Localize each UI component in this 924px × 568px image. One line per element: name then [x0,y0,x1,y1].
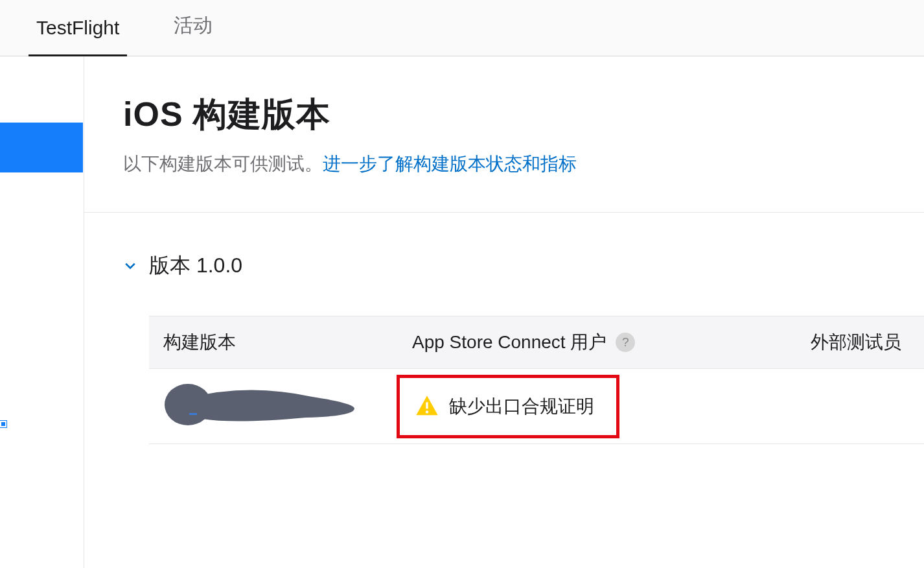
column-header-build: 构建版本 [149,330,412,355]
status-cell: 缺少出口合规证明 [412,375,811,438]
column-header-users: App Store Connect 用户 ? [412,330,811,355]
redacted-build-id [163,377,358,436]
column-header-users-label: App Store Connect 用户 [412,330,606,355]
help-icon[interactable]: ? [616,333,635,352]
warning-icon [414,394,440,420]
main-content: iOS 构建版本 以下构建版本可供测试。进一步了解构建版本状态和指标 版本 1.… [84,56,924,568]
svg-point-3 [426,410,428,413]
sidebar-active-item[interactable] [0,123,83,172]
version-section: 版本 1.0.0 构建版本 App Store Connect 用户 ? 外部测… [84,213,924,444]
tab-testflight[interactable]: TestFlight [29,17,127,56]
build-cell [149,377,412,436]
column-header-external: 外部测试员 [811,330,901,355]
annotation-highlight: 缺少出口合规证明 [397,375,619,438]
header-area: iOS 构建版本 以下构建版本可供测试。进一步了解构建版本状态和指标 [84,56,924,176]
sidebar-mark [0,421,6,427]
top-nav: TestFlight 活动 [0,0,924,56]
table-row[interactable]: 缺少出口合规证明 [149,369,924,444]
version-expand-toggle[interactable]: 版本 1.0.0 [123,252,924,280]
svg-rect-2 [426,402,428,408]
sidebar [0,56,84,568]
compliance-warning-text[interactable]: 缺少出口合规证明 [449,394,594,419]
svg-rect-1 [189,413,197,415]
builds-table: 构建版本 App Store Connect 用户 ? 外部测试员 [149,316,924,444]
table-header: 构建版本 App Store Connect 用户 ? 外部测试员 [149,316,924,369]
chevron-down-icon [123,259,137,273]
content-wrap: iOS 构建版本 以下构建版本可供测试。进一步了解构建版本状态和指标 版本 1.… [0,56,924,568]
subtitle-text: 以下构建版本可供测试。 [123,154,323,174]
version-label: 版本 1.0.0 [149,252,242,280]
subtitle-link[interactable]: 进一步了解构建版本状态和指标 [323,154,577,174]
subtitle: 以下构建版本可供测试。进一步了解构建版本状态和指标 [123,152,924,176]
tab-activity[interactable]: 活动 [166,12,220,56]
page-title: iOS 构建版本 [123,92,924,137]
